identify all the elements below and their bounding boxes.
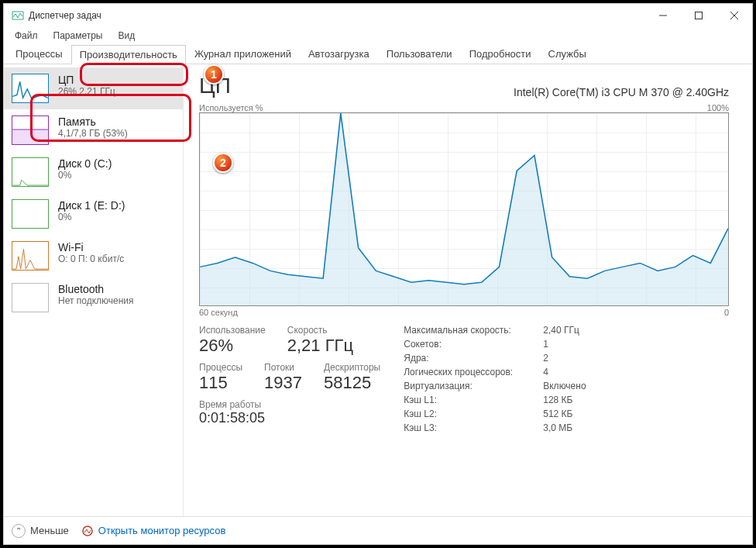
- sidebar: ЦП26% 2,21 ГГц Память4,1/7,8 ГБ (53%) Ди…: [4, 64, 184, 516]
- kv-val: 512 КБ: [543, 408, 586, 419]
- tab-services[interactable]: Службы: [540, 44, 595, 64]
- tab-details[interactable]: Подробности: [461, 44, 540, 64]
- menu-file[interactable]: Файл: [9, 29, 44, 43]
- resource-monitor-icon: [81, 525, 94, 537]
- threads-label: Потоки: [264, 362, 302, 373]
- sidebar-item-sub: 0%: [58, 170, 112, 181]
- kv-val: 1: [543, 339, 586, 350]
- tab-startup[interactable]: Автозагрузка: [300, 44, 378, 64]
- kv-val: 3,0 МБ: [543, 422, 586, 433]
- kv-val: Включено: [543, 381, 586, 391]
- fewer-details-button[interactable]: ⌃ Меньше: [12, 524, 69, 538]
- handles-label: Дескрипторы: [324, 362, 380, 373]
- y-axis-max: 100%: [707, 103, 729, 112]
- sidebar-item-label: Диск 1 (E: D:): [58, 199, 125, 212]
- annotation-badge-2: 2: [213, 153, 233, 173]
- sidebar-item-cpu[interactable]: ЦП26% 2,21 ГГц: [4, 67, 183, 109]
- sidebar-item-wifi[interactable]: Wi-FiО: 0 П: 0 кбит/с: [4, 235, 183, 277]
- sidebar-item-label: Wi-Fi: [58, 241, 124, 253]
- maximize-button[interactable]: [681, 4, 716, 27]
- sidebar-item-sub: 4,1/7,8 ГБ (53%): [58, 128, 128, 139]
- footer: ⌃ Меньше Открыть монитор ресурсов: [4, 516, 752, 544]
- sidebar-item-label: Bluetooth: [58, 283, 134, 295]
- kv-key: Кэш L3:: [404, 422, 543, 433]
- svg-rect-2: [696, 12, 703, 19]
- sidebar-item-memory[interactable]: Память4,1/7,8 ГБ (53%): [4, 109, 183, 151]
- menu-view[interactable]: Вид: [112, 29, 141, 43]
- kv-key: Кэш L1:: [404, 395, 543, 405]
- cpu-thumb-icon: [12, 74, 49, 103]
- kv-key: Максимальная скорость:: [404, 325, 543, 336]
- sidebar-item-label: Диск 0 (C:): [58, 157, 112, 170]
- kv-key: Виртуализация:: [404, 381, 543, 391]
- uptime-value: 0:01:58:05: [199, 410, 380, 426]
- speed-label: Скорость: [287, 325, 353, 336]
- sidebar-item-label: ЦП: [58, 74, 115, 86]
- kv-val: 2: [543, 353, 586, 364]
- tab-users[interactable]: Пользователи: [378, 44, 461, 64]
- sidebar-item-sub: О: 0 П: 0 кбит/с: [58, 253, 124, 264]
- kv-key: Ядра:: [404, 353, 543, 364]
- kv-val: 4: [543, 367, 586, 377]
- bluetooth-thumb-icon: [12, 283, 49, 312]
- app-icon: [12, 9, 24, 22]
- kv-key: Сокетов:: [404, 339, 543, 350]
- kv-val: 128 КБ: [543, 395, 586, 405]
- annotation-badge-1: 1: [204, 64, 224, 84]
- disk-thumb-icon: [12, 157, 49, 187]
- speed-value: 2,21 ГГц: [287, 336, 353, 356]
- minimize-button[interactable]: [645, 4, 681, 27]
- cpu-details-table: Максимальная скорость:2,40 ГГц Сокетов:1…: [404, 325, 586, 433]
- fewer-details-label: Меньше: [30, 525, 69, 536]
- threads-value: 1937: [264, 373, 302, 393]
- kv-key: Логических процессоров:: [404, 367, 543, 377]
- chevron-up-icon: ⌃: [12, 524, 26, 538]
- sidebar-item-sub: Нет подключения: [58, 295, 134, 306]
- x-axis-label: 60 секунд: [199, 308, 238, 317]
- tab-performance[interactable]: Производительность: [71, 45, 186, 64]
- sidebar-item-sub: 26% 2,21 ГГц: [58, 86, 115, 97]
- close-button[interactable]: [716, 4, 752, 27]
- wifi-thumb-icon: [12, 241, 49, 271]
- titlebar: Диспетчер задач: [4, 4, 752, 27]
- sidebar-item-disk-1[interactable]: Диск 1 (E: D:)0%: [4, 193, 183, 235]
- menubar: Файл Параметры Вид: [4, 27, 752, 44]
- sidebar-item-disk-0[interactable]: Диск 0 (C:)0%: [4, 151, 183, 193]
- svg-rect-5: [12, 129, 47, 144]
- tab-processes[interactable]: Процессы: [7, 44, 71, 64]
- resource-monitor-label: Открыть монитор ресурсов: [98, 525, 225, 536]
- y-axis-label: Используется %: [199, 103, 263, 112]
- window-title: Диспетчер задач: [29, 10, 101, 21]
- handles-value: 58125: [324, 373, 380, 393]
- disk-thumb-icon: [12, 199, 49, 229]
- uptime-label: Время работы: [199, 399, 380, 410]
- kv-val: 2,40 ГГц: [543, 325, 586, 336]
- sidebar-item-sub: 0%: [58, 212, 125, 222]
- menu-options[interactable]: Параметры: [47, 29, 109, 43]
- main-panel: ЦП Intel(R) Core(TM) i3 CPU M 370 @ 2.40…: [184, 64, 752, 516]
- kv-key: Кэш L2:: [404, 408, 543, 419]
- cpu-model: Intel(R) Core(TM) i3 CPU M 370 @ 2.40GHz: [514, 86, 729, 98]
- util-label: Использование: [199, 325, 266, 336]
- sidebar-item-bluetooth[interactable]: BluetoothНет подключения: [4, 277, 183, 319]
- tabs: Процессы Производительность Журнал прило…: [4, 44, 752, 64]
- x-axis-right: 0: [724, 308, 729, 317]
- open-resource-monitor-link[interactable]: Открыть монитор ресурсов: [81, 525, 225, 537]
- memory-thumb-icon: [12, 115, 49, 145]
- proc-value: 115: [199, 373, 242, 393]
- sidebar-item-label: Память: [58, 115, 128, 128]
- tab-app-history[interactable]: Журнал приложений: [186, 44, 300, 64]
- cpu-usage-chart[interactable]: [199, 112, 729, 306]
- util-value: 26%: [199, 336, 266, 356]
- proc-label: Процессы: [199, 362, 242, 373]
